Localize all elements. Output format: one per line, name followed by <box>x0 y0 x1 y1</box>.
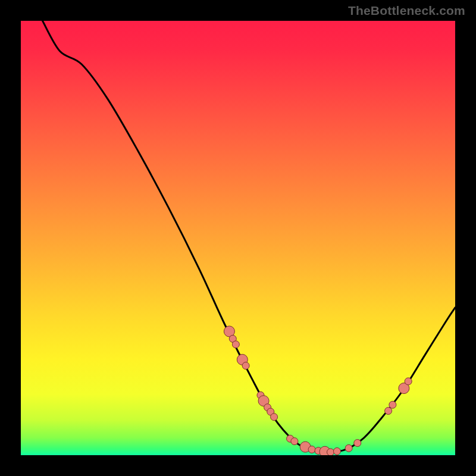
data-point <box>232 341 239 348</box>
chart-svg <box>21 21 455 455</box>
data-point <box>327 449 334 455</box>
data-point <box>354 440 361 447</box>
data-point <box>242 362 249 369</box>
data-point <box>333 447 340 455</box>
data-point <box>345 444 352 452</box>
data-point <box>308 446 315 453</box>
data-point <box>271 414 278 421</box>
data-point <box>291 438 298 445</box>
watermark-text: TheBottleneck.com <box>348 4 465 18</box>
plot-area <box>21 21 455 455</box>
data-point <box>385 408 392 415</box>
data-point <box>389 401 396 408</box>
chart-container: TheBottleneck.com <box>0 0 476 476</box>
data-point <box>405 378 412 385</box>
gradient-background <box>21 21 455 455</box>
